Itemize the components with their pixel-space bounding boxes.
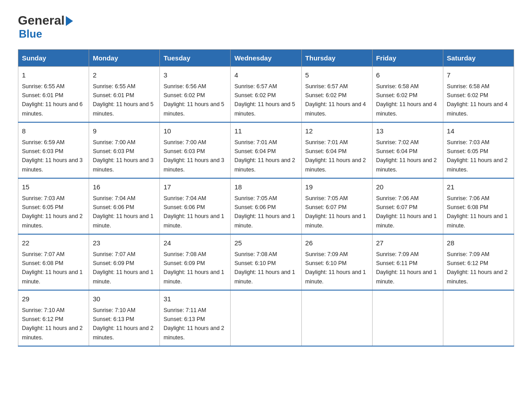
logo-blue-text: Blue (19, 28, 42, 40)
calendar-cell (301, 290, 372, 346)
day-number: 20 (376, 182, 439, 193)
page-header: General Blue (18, 13, 514, 40)
day-info: Sunrise: 7:07 AMSunset: 6:08 PMDaylight:… (22, 251, 83, 285)
day-number: 27 (376, 238, 439, 248)
calendar-cell: 9Sunrise: 7:00 AMSunset: 6:03 PMDaylight… (89, 122, 160, 178)
day-of-week-header: Saturday (443, 50, 514, 67)
day-number: 26 (305, 238, 369, 248)
day-info: Sunrise: 6:58 AMSunset: 6:02 PMDaylight:… (447, 83, 508, 117)
day-info: Sunrise: 7:03 AMSunset: 6:05 PMDaylight:… (22, 195, 83, 229)
day-number: 30 (93, 294, 156, 304)
day-number: 6 (376, 70, 439, 81)
calendar-cell: 29Sunrise: 7:10 AMSunset: 6:12 PMDayligh… (18, 290, 89, 346)
day-number: 2 (93, 70, 156, 81)
day-number: 16 (93, 182, 156, 193)
calendar-cell: 25Sunrise: 7:08 AMSunset: 6:10 PMDayligh… (231, 234, 301, 290)
day-of-week-header: Monday (89, 50, 160, 67)
day-info: Sunrise: 7:03 AMSunset: 6:05 PMDaylight:… (447, 139, 508, 173)
day-number: 3 (163, 70, 227, 81)
day-number: 9 (93, 126, 156, 137)
calendar-cell: 17Sunrise: 7:04 AMSunset: 6:06 PMDayligh… (160, 178, 231, 234)
day-info: Sunrise: 7:09 AMSunset: 6:12 PMDaylight:… (447, 251, 508, 285)
calendar-cell: 28Sunrise: 7:09 AMSunset: 6:12 PMDayligh… (443, 234, 514, 290)
calendar-cell: 30Sunrise: 7:10 AMSunset: 6:13 PMDayligh… (89, 290, 160, 346)
calendar-cell: 24Sunrise: 7:08 AMSunset: 6:09 PMDayligh… (160, 234, 231, 290)
day-number: 1 (22, 70, 85, 81)
day-number: 24 (163, 238, 227, 248)
day-info: Sunrise: 7:02 AMSunset: 6:04 PMDaylight:… (376, 139, 437, 173)
day-number: 29 (22, 294, 85, 304)
calendar-cell: 21Sunrise: 7:06 AMSunset: 6:08 PMDayligh… (443, 178, 514, 234)
day-info: Sunrise: 7:05 AMSunset: 6:06 PMDaylight:… (234, 195, 295, 229)
calendar-cell: 15Sunrise: 7:03 AMSunset: 6:05 PMDayligh… (18, 178, 89, 234)
calendar-cell: 7Sunrise: 6:58 AMSunset: 6:02 PMDaylight… (443, 67, 514, 123)
day-info: Sunrise: 6:56 AMSunset: 6:02 PMDaylight:… (163, 83, 224, 117)
logo-line1: General (18, 13, 73, 28)
day-number: 28 (447, 238, 510, 248)
calendar-cell: 14Sunrise: 7:03 AMSunset: 6:05 PMDayligh… (443, 122, 514, 178)
calendar-cell: 18Sunrise: 7:05 AMSunset: 6:06 PMDayligh… (231, 178, 301, 234)
day-number: 5 (305, 70, 369, 81)
day-number: 15 (22, 182, 85, 193)
calendar-cell: 13Sunrise: 7:02 AMSunset: 6:04 PMDayligh… (372, 122, 443, 178)
day-info: Sunrise: 6:55 AMSunset: 6:01 PMDaylight:… (22, 83, 83, 117)
calendar-cell: 3Sunrise: 6:56 AMSunset: 6:02 PMDaylight… (160, 67, 231, 123)
day-number: 7 (447, 70, 510, 81)
calendar-week-row: 29Sunrise: 7:10 AMSunset: 6:12 PMDayligh… (18, 290, 514, 346)
day-info: Sunrise: 7:00 AMSunset: 6:03 PMDaylight:… (93, 139, 154, 173)
day-info: Sunrise: 7:09 AMSunset: 6:11 PMDaylight:… (376, 251, 437, 285)
day-of-week-header: Friday (372, 50, 443, 67)
calendar-cell: 4Sunrise: 6:57 AMSunset: 6:02 PMDaylight… (231, 67, 301, 123)
calendar-cell: 2Sunrise: 6:55 AMSunset: 6:01 PMDaylight… (89, 67, 160, 123)
calendar-cell: 1Sunrise: 6:55 AMSunset: 6:01 PMDaylight… (18, 67, 89, 123)
day-number: 22 (22, 238, 85, 248)
calendar-cell (443, 290, 514, 346)
day-info: Sunrise: 6:57 AMSunset: 6:02 PMDaylight:… (234, 83, 295, 117)
day-info: Sunrise: 7:05 AMSunset: 6:07 PMDaylight:… (305, 195, 366, 229)
calendar-cell: 27Sunrise: 7:09 AMSunset: 6:11 PMDayligh… (372, 234, 443, 290)
day-number: 17 (163, 182, 227, 193)
day-info: Sunrise: 7:09 AMSunset: 6:10 PMDaylight:… (305, 251, 366, 285)
day-number: 8 (22, 126, 85, 137)
day-info: Sunrise: 7:07 AMSunset: 6:09 PMDaylight:… (93, 251, 154, 285)
calendar-cell (372, 290, 443, 346)
day-info: Sunrise: 6:55 AMSunset: 6:01 PMDaylight:… (93, 83, 154, 117)
day-number: 18 (234, 182, 297, 193)
day-number: 25 (234, 238, 297, 248)
logo-blue-line: Blue (18, 28, 73, 40)
calendar-cell: 31Sunrise: 7:11 AMSunset: 6:13 PMDayligh… (160, 290, 231, 346)
calendar-cell: 16Sunrise: 7:04 AMSunset: 6:06 PMDayligh… (89, 178, 160, 234)
day-info: Sunrise: 7:11 AMSunset: 6:13 PMDaylight:… (163, 307, 224, 341)
day-number: 12 (305, 126, 369, 137)
calendar-week-row: 1Sunrise: 6:55 AMSunset: 6:01 PMDaylight… (18, 67, 514, 123)
day-number: 13 (376, 126, 439, 137)
day-of-week-header: Sunday (18, 50, 89, 67)
calendar-cell: 5Sunrise: 6:57 AMSunset: 6:02 PMDaylight… (301, 67, 372, 123)
day-number: 23 (93, 238, 156, 248)
calendar-cell: 19Sunrise: 7:05 AMSunset: 6:07 PMDayligh… (301, 178, 372, 234)
day-info: Sunrise: 7:08 AMSunset: 6:10 PMDaylight:… (234, 251, 295, 285)
calendar-cell: 20Sunrise: 7:06 AMSunset: 6:07 PMDayligh… (372, 178, 443, 234)
day-info: Sunrise: 7:06 AMSunset: 6:08 PMDaylight:… (447, 195, 508, 229)
calendar-cell: 10Sunrise: 7:00 AMSunset: 6:03 PMDayligh… (160, 122, 231, 178)
calendar-header-row: SundayMondayTuesdayWednesdayThursdayFrid… (18, 50, 514, 67)
day-info: Sunrise: 7:10 AMSunset: 6:13 PMDaylight:… (93, 307, 154, 341)
day-info: Sunrise: 6:58 AMSunset: 6:02 PMDaylight:… (376, 83, 437, 117)
calendar-cell: 12Sunrise: 7:01 AMSunset: 6:04 PMDayligh… (301, 122, 372, 178)
day-of-week-header: Thursday (301, 50, 372, 67)
calendar-week-row: 22Sunrise: 7:07 AMSunset: 6:08 PMDayligh… (18, 234, 514, 290)
calendar-cell: 26Sunrise: 7:09 AMSunset: 6:10 PMDayligh… (301, 234, 372, 290)
calendar-cell: 22Sunrise: 7:07 AMSunset: 6:08 PMDayligh… (18, 234, 89, 290)
calendar-table: SundayMondayTuesdayWednesdayThursdayFrid… (18, 49, 514, 347)
calendar-cell (231, 290, 301, 346)
day-info: Sunrise: 7:01 AMSunset: 6:04 PMDaylight:… (234, 139, 295, 173)
calendar-cell: 23Sunrise: 7:07 AMSunset: 6:09 PMDayligh… (89, 234, 160, 290)
calendar-cell: 8Sunrise: 6:59 AMSunset: 6:03 PMDaylight… (18, 122, 89, 178)
calendar-cell: 6Sunrise: 6:58 AMSunset: 6:02 PMDaylight… (372, 67, 443, 123)
day-number: 14 (447, 126, 510, 137)
calendar-week-row: 8Sunrise: 6:59 AMSunset: 6:03 PMDaylight… (18, 122, 514, 178)
logo: General Blue (18, 13, 73, 40)
day-number: 4 (234, 70, 297, 81)
day-of-week-header: Tuesday (160, 50, 231, 67)
day-info: Sunrise: 7:10 AMSunset: 6:12 PMDaylight:… (22, 307, 83, 341)
